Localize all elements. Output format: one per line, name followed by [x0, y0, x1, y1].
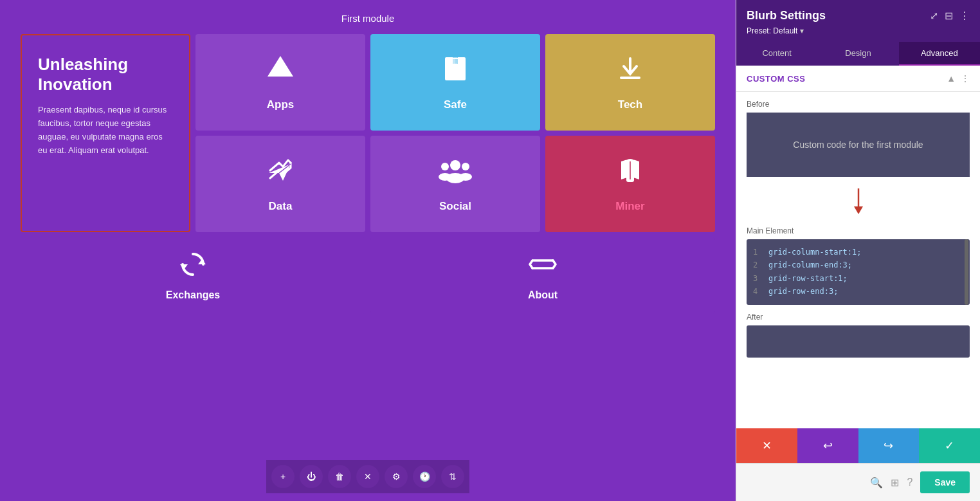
about-label: About: [528, 289, 558, 301]
section-collapse-icon[interactable]: ▲: [947, 73, 956, 84]
undo-button[interactable]: ↩: [797, 428, 858, 463]
toolbar-power-btn[interactable]: ⏻: [300, 465, 323, 488]
tech-icon: [615, 53, 646, 91]
toolbar-add-btn[interactable]: +: [271, 465, 295, 488]
save-check-button[interactable]: ✓: [919, 428, 980, 463]
code-content-4: grid-row-end:3;: [768, 285, 838, 298]
bottom-save-bar: 🔍 ⊞ ? Save: [736, 463, 980, 501]
svg-point-12: [459, 173, 472, 181]
redo-button[interactable]: ↪: [858, 428, 920, 463]
svg-marker-19: [180, 264, 188, 269]
svg-point-10: [439, 173, 451, 181]
apps-label: Apps: [267, 98, 295, 111]
safe-icon: [440, 53, 471, 91]
data-label: Data: [269, 200, 293, 213]
toolbar-close-btn[interactable]: ✕: [356, 465, 379, 488]
line-num-1: 1: [753, 246, 762, 259]
miner-label: Miner: [615, 200, 644, 213]
svg-marker-18: [198, 259, 206, 264]
safe-card[interactable]: Safe: [370, 34, 540, 131]
first-module-title: Unleashing Inovation: [38, 55, 173, 95]
social-label: Social: [439, 200, 471, 213]
apps-card[interactable]: Apps: [195, 34, 365, 131]
toolbar-delete-btn[interactable]: 🗑: [328, 465, 351, 488]
split-icon[interactable]: ⊟: [945, 10, 953, 22]
tech-card[interactable]: Tech: [545, 34, 715, 131]
code-content-2: grid-column-end:3;: [768, 259, 852, 271]
svg-point-7: [450, 160, 460, 170]
preset-label[interactable]: Preset: Default: [747, 26, 797, 35]
bottom-toolbar: + ⏻ 🗑 ✕ ⚙ 🕐 ⇅: [266, 460, 469, 493]
cancel-button[interactable]: ✕: [736, 428, 797, 463]
after-section: After: [736, 305, 980, 365]
first-module-card[interactable]: Unleashing Inovation Praesent dapibus, n…: [21, 34, 190, 232]
panel-tabs: Content Design Advanced: [736, 42, 980, 66]
panel-body: Custom CSS ▲ ⋮ Before Custom code for th…: [736, 66, 980, 428]
scrollbar[interactable]: [965, 239, 968, 305]
code-line-3: 3 grid-row-start:1;: [753, 272, 963, 285]
code-line-2: 2 grid-column-end:3;: [753, 259, 963, 271]
line-num-4: 4: [753, 285, 762, 298]
data-icon: [265, 155, 296, 192]
expand-icon[interactable]: ⤢: [930, 10, 938, 22]
tab-design[interactable]: Design: [817, 42, 898, 66]
action-bar: ✕ ↩ ↪ ✓: [736, 428, 980, 463]
section-title: Custom CSS: [747, 74, 805, 84]
social-icon: [439, 155, 472, 192]
miner-card[interactable]: Miner: [545, 136, 715, 232]
code-line-1: 1 grid-column-start:1;: [753, 246, 963, 259]
first-module-body: Praesent dapibus, neque id cursus faucib…: [38, 104, 173, 157]
apps-icon: [265, 53, 296, 91]
after-code-editor[interactable]: [747, 325, 970, 358]
main-element-code-editor[interactable]: 1 grid-column-start:1; 2 grid-column-end…: [747, 239, 970, 305]
svg-rect-5: [446, 59, 455, 79]
svg-marker-21: [854, 206, 863, 214]
svg-point-11: [462, 163, 469, 170]
before-field-container: Before Custom code for the first module: [736, 92, 980, 185]
about-icon: [529, 250, 557, 284]
tab-content[interactable]: Content: [736, 42, 817, 66]
toolbar-sort-btn[interactable]: ⇅: [441, 465, 464, 488]
data-card[interactable]: Data: [195, 136, 365, 232]
social-card[interactable]: Social: [370, 136, 540, 232]
code-line-4: 4 grid-row-end:3;: [753, 285, 963, 298]
panel-title: Blurb Settings: [747, 9, 826, 23]
preset-line: Preset: Default ▾: [747, 26, 970, 35]
layers-icon[interactable]: ⊞: [891, 477, 899, 489]
tech-label: Tech: [618, 98, 642, 111]
search-icon[interactable]: 🔍: [870, 477, 883, 489]
section-header-icons: ▲ ⋮: [947, 73, 970, 84]
section-more-icon[interactable]: ⋮: [961, 73, 970, 84]
code-content-3: grid-row-start:1;: [768, 272, 848, 285]
toolbar-history-btn[interactable]: 🕐: [413, 465, 436, 488]
bottom-cards-row: Exchanges About: [21, 237, 715, 314]
arrow-down-indicator: [736, 185, 980, 221]
exchanges-icon: [179, 250, 207, 284]
about-card[interactable]: About: [370, 237, 715, 314]
before-label: Before: [747, 100, 970, 109]
svg-rect-6: [620, 77, 640, 79]
module-title: First module: [341, 13, 395, 24]
svg-point-9: [441, 163, 449, 170]
before-textarea[interactable]: Custom code for the first module: [747, 113, 970, 177]
svg-marker-0: [268, 56, 293, 77]
panel-header-icons: ⤢ ⊟ ⋮: [930, 10, 970, 22]
save-button[interactable]: Save: [920, 471, 970, 493]
line-num-2: 2: [753, 259, 762, 271]
more-icon[interactable]: ⋮: [959, 10, 970, 22]
main-element-label: Main Element: [736, 221, 980, 235]
custom-css-section-header[interactable]: Custom CSS ▲ ⋮: [736, 66, 980, 92]
exchanges-label: Exchanges: [166, 289, 220, 301]
safe-label: Safe: [444, 98, 467, 111]
help-icon[interactable]: ?: [907, 477, 912, 488]
panel-header: Blurb Settings ⤢ ⊟ ⋮ Preset: Default ▾: [736, 0, 980, 42]
module-grid: Unleashing Inovation Praesent dapibus, n…: [21, 34, 715, 232]
settings-panel: Blurb Settings ⤢ ⊟ ⋮ Preset: Default ▾ C…: [736, 0, 980, 501]
tab-advanced[interactable]: Advanced: [899, 42, 980, 66]
after-label: After: [747, 313, 970, 322]
exchanges-card[interactable]: Exchanges: [21, 237, 365, 314]
miner-icon: [615, 155, 646, 192]
line-num-3: 3: [753, 272, 762, 285]
toolbar-settings-btn[interactable]: ⚙: [385, 465, 408, 488]
code-content-1: grid-column-start:1;: [768, 246, 862, 259]
